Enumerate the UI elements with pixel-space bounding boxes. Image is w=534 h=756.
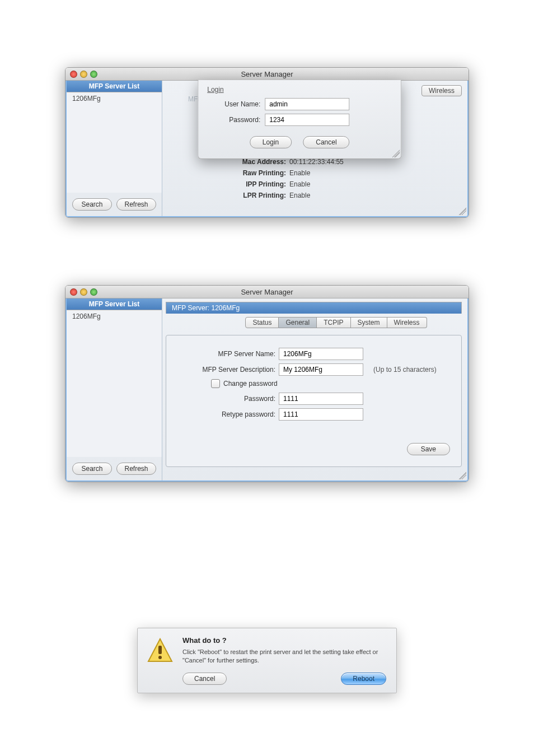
password-input[interactable]	[265, 114, 349, 126]
general-panel: MFP Server Name: MFP Server Description:…	[166, 335, 462, 467]
password-label: Password:	[207, 116, 265, 124]
window-title: Server Manager	[65, 70, 469, 78]
lpr-printing-label: LPR Printing:	[188, 192, 289, 199]
save-button[interactable]: Save	[407, 443, 450, 455]
server-name-label: MFP Server Name:	[177, 350, 279, 358]
mac-address-value: 00:11:22:33:44:55	[289, 158, 344, 166]
sidebar-header: MFP Server List	[67, 81, 162, 92]
reboot-button[interactable]: Reboot	[341, 673, 386, 685]
sidebar-header: MFP Server List	[67, 298, 162, 310]
panel-header: MFP Server: 1206MFg	[166, 302, 462, 314]
titlebar[interactable]: Server Manager	[65, 68, 469, 81]
retype-password-input[interactable]	[279, 408, 363, 421]
login-title: Login	[207, 86, 392, 94]
server-list-item[interactable]: 1206MFg	[67, 310, 162, 323]
tab-system[interactable]: System	[351, 317, 387, 328]
ipp-printing-label: IPP Printing:	[188, 180, 289, 188]
mac-address-label: Mac Address:	[188, 158, 289, 166]
change-password-label: Change password	[223, 380, 278, 388]
reboot-dialog: What do to ? Click "Reboot" to restart t…	[137, 628, 397, 693]
ipp-printing-value: Enable	[289, 180, 310, 188]
new-password-label: Password:	[177, 395, 279, 403]
sidebar: MFP Server List 1206MFg Search Refresh	[67, 298, 162, 480]
svg-rect-1	[158, 646, 162, 654]
username-label: User Name:	[207, 100, 265, 108]
server-description-input[interactable]	[279, 363, 363, 376]
titlebar[interactable]: Server Manager	[65, 286, 469, 298]
main-panel: MFP Server: 1206MFg Status General TCPIP…	[162, 298, 467, 480]
login-dialog: Login User Name: Password: Login Cancel	[198, 80, 401, 159]
tab-tcpip[interactable]: TCPIP	[317, 317, 350, 328]
username-input[interactable]	[265, 98, 349, 110]
warning-icon	[146, 636, 175, 665]
search-button[interactable]: Search	[72, 198, 112, 211]
login-button[interactable]: Login	[250, 136, 292, 148]
tab-general[interactable]: General	[279, 317, 317, 328]
reboot-title: What do to ?	[182, 636, 386, 645]
new-password-input[interactable]	[279, 393, 363, 405]
server-list-item[interactable]: 1206MFg	[67, 92, 162, 105]
resize-grip-icon[interactable]	[458, 472, 466, 479]
resize-grip-icon[interactable]	[458, 207, 466, 215]
server-name-input[interactable]	[279, 348, 363, 360]
raw-printing-value: Enable	[289, 169, 310, 177]
server-list[interactable]: 1206MFg	[67, 92, 162, 193]
refresh-button[interactable]: Refresh	[116, 463, 156, 475]
window-title: Server Manager	[65, 288, 469, 296]
description-hint: (Up to 15 characters)	[373, 366, 437, 374]
search-button[interactable]: Search	[72, 463, 112, 475]
server-manager-window-login: Server Manager Login User Name: Password…	[65, 67, 469, 218]
server-list[interactable]: 1206MFg	[67, 310, 162, 457]
retype-password-label: Retype password:	[177, 410, 279, 418]
cancel-button[interactable]: Cancel	[303, 136, 349, 148]
svg-point-2	[158, 656, 162, 659]
server-manager-window-general: Server Manager MFP Server List 1206MFg S…	[65, 285, 469, 482]
raw-printing-label: Raw Printing:	[188, 169, 289, 177]
change-password-checkbox[interactable]	[211, 379, 220, 388]
tab-status[interactable]: Status	[245, 317, 279, 328]
resize-grip-icon[interactable]	[392, 150, 400, 157]
lpr-printing-value: Enable	[289, 192, 310, 199]
reboot-text: Click "Reboot" to restart the print serv…	[182, 648, 386, 665]
reboot-cancel-button[interactable]: Cancel	[182, 673, 227, 685]
sidebar: MFP Server List 1206MFg Search Refresh	[67, 81, 162, 216]
refresh-button[interactable]: Refresh	[116, 198, 156, 211]
tab-wireless[interactable]: Wireless	[387, 317, 427, 328]
tab-wireless[interactable]: Wireless	[421, 85, 462, 96]
server-description-label: MFP Server Description:	[177, 366, 279, 374]
